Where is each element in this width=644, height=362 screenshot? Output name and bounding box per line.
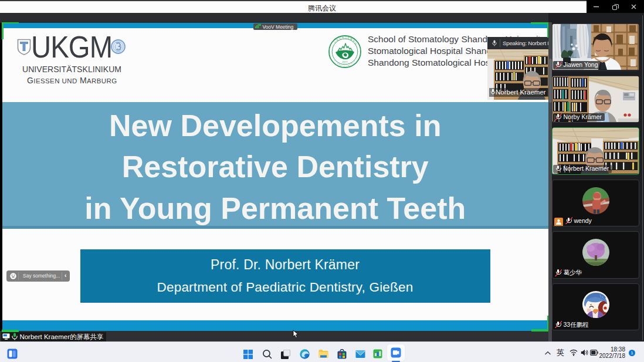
svg-text:口: 口 <box>345 36 347 39</box>
svg-text:-1977-: -1977- <box>341 60 348 63</box>
